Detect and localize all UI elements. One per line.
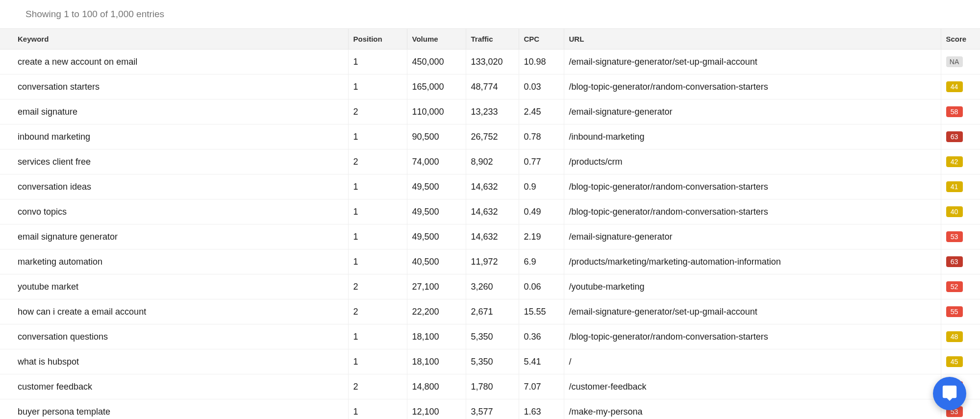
table-row[interactable]: marketing automation140,50011,9726.9/pro… xyxy=(0,249,980,274)
cell-traffic: 14,632 xyxy=(466,224,519,249)
cell-score: 52 xyxy=(941,274,980,299)
cell-url: /blog-topic-generator/random-conversatio… xyxy=(564,174,941,199)
cell-position: 2 xyxy=(348,374,407,399)
cell-position: 2 xyxy=(348,149,407,174)
cell-traffic: 11,972 xyxy=(466,249,519,274)
cell-cpc: 1.63 xyxy=(519,399,564,419)
cell-url: /email-signature-generator/set-up-gmail-… xyxy=(564,49,941,74)
cell-url: /email-signature-generator xyxy=(564,224,941,249)
cell-position: 1 xyxy=(348,324,407,349)
cell-cpc: 6.9 xyxy=(519,249,564,274)
cell-position: 2 xyxy=(348,299,407,324)
cell-score: 40 xyxy=(941,199,980,224)
entries-info: Showing 1 to 100 of 1,000 entries xyxy=(0,0,980,28)
score-badge: NA xyxy=(946,56,963,67)
cell-keyword: customer feedback xyxy=(0,374,348,399)
cell-cpc: 2.45 xyxy=(519,99,564,124)
cell-url: / xyxy=(564,349,941,374)
cell-url: /make-my-persona xyxy=(564,399,941,419)
cell-url: /customer-feedback xyxy=(564,374,941,399)
cell-position: 1 xyxy=(348,399,407,419)
cell-traffic: 3,577 xyxy=(466,399,519,419)
cell-traffic: 48,774 xyxy=(466,74,519,99)
table-row[interactable]: email signature generator149,50014,6322.… xyxy=(0,224,980,249)
chat-icon xyxy=(941,384,958,403)
cell-keyword: create a new account on email xyxy=(0,49,348,74)
cell-volume: 18,100 xyxy=(407,349,466,374)
table-row[interactable]: youtube market227,1003,2600.06/youtube-m… xyxy=(0,274,980,299)
score-badge: 42 xyxy=(946,156,963,167)
score-badge: 63 xyxy=(946,256,963,267)
cell-position: 2 xyxy=(348,99,407,124)
cell-position: 1 xyxy=(348,199,407,224)
cell-keyword: convo topics xyxy=(0,199,348,224)
cell-url: /youtube-marketing xyxy=(564,274,941,299)
cell-url: /blog-topic-generator/random-conversatio… xyxy=(564,324,941,349)
cell-keyword: conversation questions xyxy=(0,324,348,349)
cell-traffic: 14,632 xyxy=(466,174,519,199)
cell-cpc: 0.78 xyxy=(519,124,564,149)
col-header-position[interactable]: Position xyxy=(348,29,407,49)
cell-traffic: 133,020 xyxy=(466,49,519,74)
cell-position: 1 xyxy=(348,49,407,74)
cell-volume: 22,200 xyxy=(407,299,466,324)
table-row[interactable]: conversation ideas149,50014,6320.9/blog-… xyxy=(0,174,980,199)
cell-position: 1 xyxy=(348,174,407,199)
col-header-cpc[interactable]: CPC xyxy=(519,29,564,49)
table-row[interactable]: inbound marketing190,50026,7520.78/inbou… xyxy=(0,124,980,149)
cell-volume: 74,000 xyxy=(407,149,466,174)
cell-score: 45 xyxy=(941,349,980,374)
cell-traffic: 5,350 xyxy=(466,324,519,349)
table-row[interactable]: conversation starters1165,00048,7740.03/… xyxy=(0,74,980,99)
cell-volume: 14,800 xyxy=(407,374,466,399)
cell-position: 2 xyxy=(348,274,407,299)
col-header-traffic[interactable]: Traffic xyxy=(466,29,519,49)
table-row[interactable]: convo topics149,50014,6320.49/blog-topic… xyxy=(0,199,980,224)
table-row[interactable]: create a new account on email1450,000133… xyxy=(0,49,980,74)
cell-keyword: services client free xyxy=(0,149,348,174)
table-row[interactable]: conversation questions118,1005,3500.36/b… xyxy=(0,324,980,349)
cell-cpc: 0.77 xyxy=(519,149,564,174)
col-header-volume[interactable]: Volume xyxy=(407,29,466,49)
cell-cpc: 0.49 xyxy=(519,199,564,224)
cell-cpc: 7.07 xyxy=(519,374,564,399)
score-badge: 63 xyxy=(946,131,963,142)
cell-url: /inbound-marketing xyxy=(564,124,941,149)
cell-volume: 49,500 xyxy=(407,174,466,199)
cell-keyword: how can i create a email account xyxy=(0,299,348,324)
cell-cpc: 10.98 xyxy=(519,49,564,74)
chat-widget-button[interactable] xyxy=(933,377,966,410)
table-row[interactable]: services client free274,0008,9020.77/pro… xyxy=(0,149,980,174)
cell-keyword: what is hubspot xyxy=(0,349,348,374)
table-header-row: Keyword Position Volume Traffic CPC URL … xyxy=(0,29,980,49)
col-header-url[interactable]: URL xyxy=(564,29,941,49)
cell-position: 1 xyxy=(348,249,407,274)
cell-score: 58 xyxy=(941,99,980,124)
cell-cpc: 0.9 xyxy=(519,174,564,199)
cell-cpc: 0.36 xyxy=(519,324,564,349)
score-badge: 40 xyxy=(946,206,963,217)
score-badge: 48 xyxy=(946,331,963,342)
cell-traffic: 26,752 xyxy=(466,124,519,149)
table-row[interactable]: how can i create a email account222,2002… xyxy=(0,299,980,324)
cell-score: NA xyxy=(941,49,980,74)
cell-keyword: email signature xyxy=(0,99,348,124)
cell-traffic: 2,671 xyxy=(466,299,519,324)
table-row[interactable]: email signature2110,00013,2332.45/email-… xyxy=(0,99,980,124)
cell-cpc: 0.03 xyxy=(519,74,564,99)
cell-score: 63 xyxy=(941,249,980,274)
cell-url: /products/crm xyxy=(564,149,941,174)
cell-url: /email-signature-generator xyxy=(564,99,941,124)
cell-keyword: conversation ideas xyxy=(0,174,348,199)
score-badge: 58 xyxy=(946,106,963,117)
col-header-keyword[interactable]: Keyword xyxy=(0,29,348,49)
keywords-table: Keyword Position Volume Traffic CPC URL … xyxy=(0,28,980,419)
table-row[interactable]: buyer persona template112,1003,5771.63/m… xyxy=(0,399,980,419)
cell-traffic: 14,632 xyxy=(466,199,519,224)
cell-traffic: 13,233 xyxy=(466,99,519,124)
cell-volume: 110,000 xyxy=(407,99,466,124)
col-header-score[interactable]: Score xyxy=(941,29,980,49)
table-row[interactable]: what is hubspot118,1005,3505.41/45 xyxy=(0,349,980,374)
table-row[interactable]: customer feedback214,8001,7807.07/custom… xyxy=(0,374,980,399)
score-badge: 45 xyxy=(946,356,963,367)
